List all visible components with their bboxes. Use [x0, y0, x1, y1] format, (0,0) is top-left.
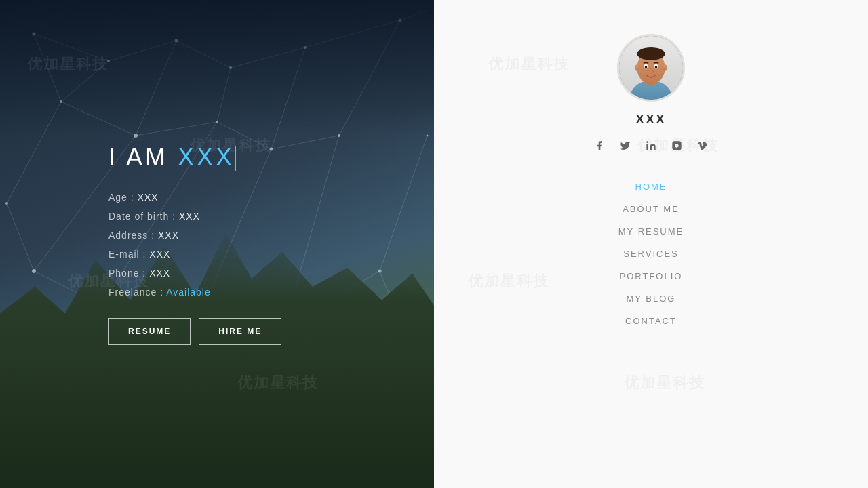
nav-about[interactable]: ABOUT ME: [434, 198, 868, 220]
svg-point-44: [378, 270, 382, 273]
svg-point-59: [646, 141, 648, 143]
nav-contact[interactable]: CONTACT: [434, 310, 868, 332]
svg-point-52: [637, 47, 665, 60]
right-watermark-4: 优加星科技: [624, 373, 705, 393]
avatar-image: [619, 36, 683, 100]
phone-label: Phone :: [108, 268, 146, 279]
facebook-icon[interactable]: [591, 138, 608, 154]
age-label: Age :: [108, 192, 134, 203]
dob-label: Date of birth :: [108, 211, 176, 222]
svg-point-57: [635, 64, 639, 70]
nav-portfolio[interactable]: PORTFOLIO: [434, 265, 868, 287]
info-freelance: Freelance : Available: [108, 287, 326, 298]
svg-point-55: [645, 66, 648, 68]
heading-name: XXX: [178, 143, 235, 171]
heading-prefix: I AM: [108, 143, 178, 171]
info-dob: Date of birth : XXX: [108, 211, 326, 222]
hero-content: I AM XXX Age : XXX Date of birth : XXX A…: [108, 143, 326, 345]
avatar: [617, 34, 685, 102]
hire-me-button[interactable]: HIRE ME: [199, 318, 281, 345]
svg-point-58: [663, 64, 667, 70]
info-list: Age : XXX Date of birth : XXX Address : …: [108, 192, 326, 298]
freelance-value: Available: [163, 287, 211, 298]
linkedin-icon[interactable]: [643, 138, 659, 154]
button-group: RESUME HIRE ME: [108, 318, 326, 345]
left-panel: 优加星科技 优加星科技 优加星科技 优加星科技 I AM XXX Age : X…: [0, 0, 434, 488]
cursor-blink: [235, 146, 236, 171]
nav-services[interactable]: SERVICES: [434, 243, 868, 265]
svg-point-39: [5, 202, 8, 205]
freelance-label: Freelance :: [108, 287, 163, 298]
nav-home[interactable]: HOME: [434, 176, 868, 198]
resume-button[interactable]: RESUME: [108, 318, 191, 345]
svg-line-26: [380, 136, 427, 271]
email-label: E-mail :: [108, 249, 146, 260]
nav-blog[interactable]: MY BLOG: [434, 287, 868, 310]
age-value: XXX: [134, 192, 159, 203]
info-age: Age : XXX: [108, 192, 326, 203]
phone-value: XXX: [146, 268, 170, 279]
user-name: XXX: [635, 113, 666, 127]
nav-menu: HOME ABOUT ME MY RESUME SERVICES PORTFOL…: [434, 176, 868, 332]
vimeo-icon[interactable]: [694, 138, 711, 154]
instagram-icon[interactable]: [669, 138, 685, 154]
nav-resume[interactable]: MY RESUME: [434, 220, 868, 243]
right-panel: 优加星科技 优加星科技 优加星科技 优加星科技: [434, 0, 868, 488]
social-icons-row: [591, 138, 711, 154]
info-address: Address : XXX: [108, 230, 326, 241]
info-email: E-mail : XXX: [108, 249, 326, 260]
top-gradient: [0, 0, 434, 136]
twitter-icon[interactable]: [617, 138, 633, 154]
email-value: XXX: [146, 249, 170, 260]
svg-point-56: [655, 66, 658, 68]
hero-heading: I AM XXX: [108, 143, 326, 171]
address-label: Address :: [108, 230, 155, 241]
info-phone: Phone : XXX: [108, 268, 326, 279]
svg-line-17: [7, 203, 34, 271]
dob-value: XXX: [176, 211, 200, 222]
svg-point-40: [32, 269, 36, 273]
address-value: XXX: [155, 230, 179, 241]
right-watermark-1: 优加星科技: [488, 54, 570, 75]
